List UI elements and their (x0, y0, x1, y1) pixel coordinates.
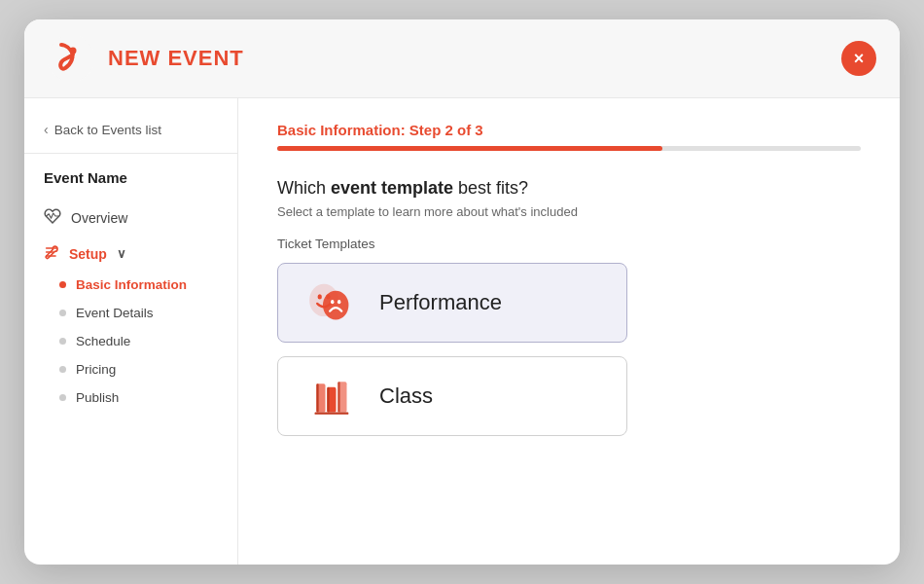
progress-bar-fill (277, 146, 662, 151)
sub-item-event-details[interactable]: Event Details (24, 299, 237, 327)
dot-schedule (59, 338, 66, 345)
svg-point-1 (70, 48, 77, 55)
close-icon: × (854, 50, 865, 67)
svg-point-6 (318, 294, 322, 299)
modal-header: NEW EVENT × (24, 19, 900, 98)
overview-icon (44, 207, 61, 229)
sub-item-basic-information[interactable]: Basic Information (24, 271, 237, 299)
svg-point-8 (324, 292, 347, 319)
class-label: Class (379, 383, 433, 409)
modal-body: ‹ Back to Events list Event Name Overvie… (24, 98, 900, 565)
svg-rect-16 (338, 382, 339, 412)
sub-item-label: Event Details (76, 306, 154, 320)
question-text: Which (277, 178, 331, 198)
svg-point-9 (331, 300, 334, 304)
event-name-label: Event Name (24, 169, 237, 200)
performance-icon (305, 281, 356, 324)
close-button[interactable]: × (841, 41, 876, 76)
template-card-class[interactable]: Class (277, 356, 627, 436)
question-end: best fits? (453, 178, 528, 198)
setup-sub-menu: Basic Information Event Details Schedule… (24, 271, 237, 412)
dot-pricing (59, 366, 66, 373)
sub-item-pricing[interactable]: Pricing (24, 355, 237, 383)
question-bold: event template (331, 178, 453, 198)
sub-item-schedule[interactable]: Schedule (24, 327, 237, 355)
setup-label: Setup (69, 246, 107, 262)
sub-item-label: Schedule (76, 334, 130, 348)
performance-label: Performance (379, 290, 502, 315)
back-chevron-icon: ‹ (44, 122, 49, 137)
dot-basic-information (59, 281, 66, 288)
header-title: NEW EVENT (108, 46, 244, 71)
template-card-performance[interactable]: Performance (277, 263, 627, 343)
question-sub: Select a template to learn more about wh… (277, 204, 861, 219)
sub-item-label: Publish (76, 390, 119, 405)
sub-item-label: Pricing (76, 362, 116, 377)
svg-rect-17 (315, 413, 349, 415)
sidebar-item-overview[interactable]: Overview (24, 200, 237, 237)
app-logo (48, 35, 94, 82)
class-icon (305, 375, 356, 418)
setup-icon (44, 244, 59, 263)
svg-point-10 (338, 300, 340, 304)
setup-chevron-icon: ∨ (117, 246, 126, 261)
main-content: Basic Information: Step 2 of 3 Which eve… (238, 98, 900, 565)
overview-label: Overview (71, 210, 127, 226)
progress-bar (277, 146, 861, 151)
step-title: Basic Information: Step 2 of 3 (277, 122, 861, 138)
modal-container: NEW EVENT × ‹ Back to Events list Event … (24, 19, 900, 565)
sidebar-item-setup[interactable]: Setup ∨ (24, 237, 237, 271)
sub-item-label: Basic Information (76, 277, 187, 292)
back-link-label: Back to Events list (54, 123, 161, 137)
back-to-events-link[interactable]: ‹ Back to Events list (24, 118, 237, 153)
sidebar: ‹ Back to Events list Event Name Overvie… (24, 98, 238, 565)
header-left: NEW EVENT (48, 35, 244, 82)
svg-rect-12 (316, 383, 318, 412)
svg-rect-14 (327, 387, 329, 413)
ticket-templates-label: Ticket Templates (277, 237, 861, 251)
step-header: Basic Information: Step 2 of 3 (277, 122, 861, 151)
question-heading: Which event template best fits? (277, 178, 861, 199)
sub-item-publish[interactable]: Publish (24, 383, 237, 412)
dot-publish (59, 394, 66, 401)
dot-event-details (59, 310, 66, 316)
sidebar-divider (24, 153, 237, 154)
